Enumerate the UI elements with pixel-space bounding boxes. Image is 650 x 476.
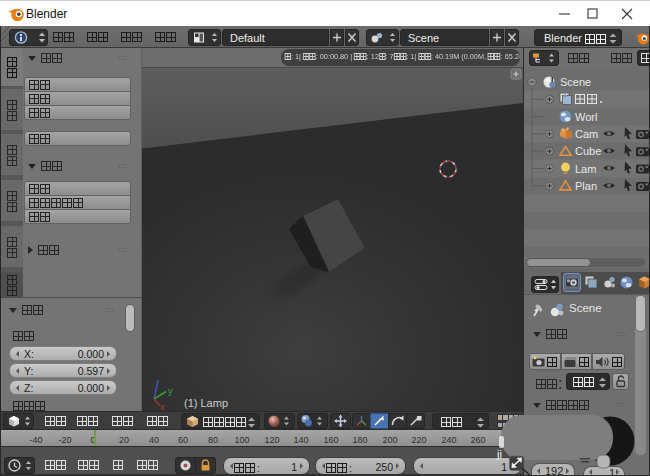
svg-text:Lam: Lam [575, 163, 596, 175]
svg-text:Cam: Cam [575, 128, 598, 140]
svg-text:x: x [160, 402, 165, 411]
svg-text:Cube: Cube [575, 145, 601, 157]
svg-text:Scene: Scene [560, 76, 591, 88]
svg-text:Plan: Plan [575, 180, 597, 192]
svg-text:y: y [168, 386, 173, 396]
svg-text:(1) Lamp: (1) Lamp [184, 397, 228, 409]
svg-text:Worl: Worl [575, 111, 597, 123]
